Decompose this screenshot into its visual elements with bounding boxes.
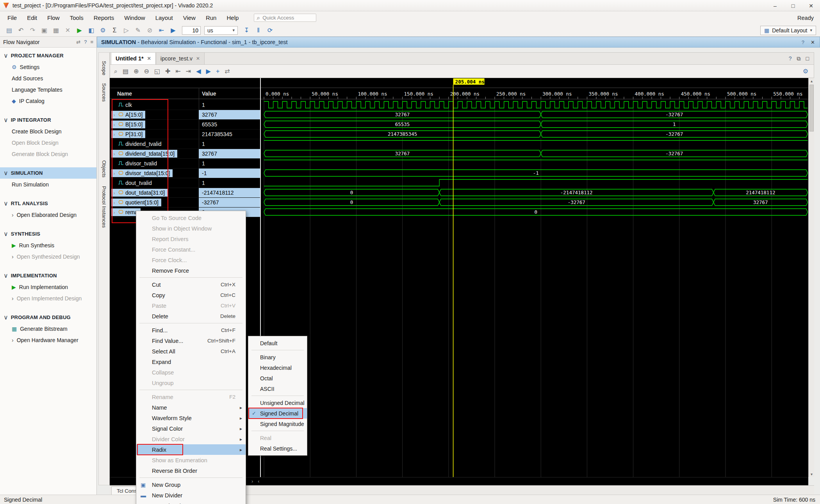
- expand-icon[interactable]: ›: [112, 131, 116, 137]
- wave-settings-button[interactable]: ⚙: [803, 67, 808, 75]
- context-collapse[interactable]: Collapse: [136, 367, 246, 378]
- vertical-scrollbar[interactable]: ▴ ▾: [808, 78, 814, 477]
- help-button[interactable]: ?: [789, 55, 792, 62]
- expand-icon[interactable]: ›: [112, 200, 116, 206]
- expand-icon[interactable]: ›: [112, 170, 116, 176]
- paste-button[interactable]: ▦: [51, 25, 61, 35]
- context-cut[interactable]: CutCtrl+X: [136, 279, 246, 290]
- quick-access-box[interactable]: ⌕ Quick Access: [254, 14, 316, 22]
- context-select-all[interactable]: Select AllCtrl+A: [136, 346, 246, 357]
- signal-name-cell[interactable]: ›P[31:0]: [110, 130, 199, 139]
- signal-row-b-15-0[interactable]: ›B[15:0]65535: [110, 120, 260, 130]
- signal-name-cell[interactable]: clk: [110, 100, 199, 110]
- minimize-button[interactable]: –: [766, 0, 784, 11]
- menu-layout[interactable]: Layout: [150, 11, 178, 24]
- context-reverse-bit-order[interactable]: Reverse Bit Order: [136, 465, 246, 476]
- zoom-out-button[interactable]: ⊖: [144, 67, 149, 75]
- flow-item-generate-block-design[interactable]: Generate Block Design: [0, 148, 96, 160]
- run-all-button[interactable]: ▶: [168, 25, 178, 35]
- signal-row-dividend-tvalid[interactable]: dividend_tvalid1: [110, 139, 260, 149]
- waveform-canvas[interactable]: 0.000 ns50.000 ns100.000 ns150.000 ns200…: [260, 78, 808, 477]
- undo-button[interactable]: ↶: [16, 25, 26, 35]
- restart-button[interactable]: ⇤: [156, 25, 167, 35]
- menu-flow[interactable]: Flow: [42, 11, 65, 24]
- menu-file[interactable]: File: [2, 11, 22, 24]
- flow-item-open-implemented-design[interactable]: ›Open Implemented Design: [0, 293, 96, 304]
- redo-button[interactable]: ↷: [27, 25, 38, 35]
- flow-item-open-block-design[interactable]: Open Block Design: [0, 137, 96, 148]
- flow-item-generate-bitstream[interactable]: ▦Generate Bitstream: [0, 323, 96, 334]
- menu-view[interactable]: View: [178, 11, 201, 24]
- flow-item-open-synthesized-design[interactable]: ›Open Synthesized Design: [0, 251, 96, 262]
- close-tab-icon[interactable]: ✕: [196, 56, 200, 61]
- flow-item-run-implementation[interactable]: ▶Run Implementation: [0, 281, 96, 293]
- context-signal-color[interactable]: Signal Color▸: [136, 423, 246, 434]
- signal-row-dividend-tdata-15-0[interactable]: ›dividend_tdata[15:0]32767: [110, 149, 260, 159]
- flow-item-open-hardware-manager[interactable]: ›Open Hardware Manager: [0, 334, 96, 346]
- context-new-virtual-bus[interactable]: ▥New Virtual Bus: [136, 500, 246, 504]
- radix-hexadecimal[interactable]: Hexadecimal: [248, 362, 307, 373]
- scroll-down-icon[interactable]: ▾: [809, 471, 815, 477]
- signal-row-dout-tdata-31-0[interactable]: ›dout_tdata[31:0]-2147418112: [110, 188, 260, 198]
- signal-name-cell[interactable]: dout_tvalid: [110, 178, 199, 188]
- signal-row-p-31-0[interactable]: ›P[31:0]2147385345: [110, 130, 260, 139]
- save-button[interactable]: ▤: [123, 67, 128, 75]
- flow-item-run-synthesis[interactable]: ▶Run Synthesis: [0, 240, 96, 251]
- context-remove-force[interactable]: Remove Force: [136, 265, 246, 276]
- flow-section-implementation[interactable]: ∨IMPLEMENTATION: [0, 270, 96, 281]
- flow-section-program-and-debug[interactable]: ∨PROGRAM AND DEBUG: [0, 312, 96, 323]
- context-paste[interactable]: PasteCtrl+V: [136, 300, 246, 311]
- context-report-drivers[interactable]: Report Drivers: [136, 234, 246, 244]
- flow-item-language-templates[interactable]: Language Templates: [0, 84, 96, 95]
- context-find[interactable]: Find...Ctrl+F: [136, 325, 246, 335]
- expand-icon[interactable]: ›: [112, 209, 116, 215]
- context-radix[interactable]: Radix▸: [136, 444, 246, 455]
- flow-item-settings[interactable]: ⚙Settings: [0, 61, 96, 73]
- close-tab-icon[interactable]: ✕: [147, 56, 151, 61]
- signal-row-clk[interactable]: clk1: [110, 100, 260, 110]
- context-force-constant[interactable]: Force Constant...: [136, 244, 246, 255]
- menu-tools[interactable]: Tools: [65, 11, 89, 24]
- relaunch-button[interactable]: ⟳: [265, 25, 275, 35]
- edit-button[interactable]: ✎: [133, 25, 143, 35]
- run-button[interactable]: ▶: [74, 25, 85, 35]
- collapse-panel-icon[interactable]: ‹: [258, 478, 259, 484]
- copy-button[interactable]: ▣: [39, 25, 50, 35]
- signal-name-cell[interactable]: ›A[15:0]: [110, 110, 199, 119]
- tab-untitled-1[interactable]: Untitled 1*✕: [111, 52, 156, 64]
- close-button[interactable]: ✕: [802, 0, 820, 11]
- context-new-divider[interactable]: ▬New Divider: [136, 490, 246, 500]
- step-button[interactable]: ↧: [241, 25, 252, 35]
- flow-item-create-block-design[interactable]: Create Block Design: [0, 126, 96, 137]
- signal-row-a-15-0[interactable]: ›A[15:0]32767: [110, 110, 260, 120]
- signal-row-divisor-tvalid[interactable]: divisor_tvalid1: [110, 159, 260, 169]
- next-transition-button[interactable]: ▶: [206, 67, 211, 75]
- expand-icon[interactable]: ›: [112, 190, 116, 196]
- signal-row-quotient-15-0[interactable]: ›quotient[15:0]-32767: [110, 198, 260, 208]
- flow-item-add-sources[interactable]: Add Sources: [0, 73, 96, 84]
- signal-row-divisor-tdata-15-0[interactable]: ›divisor_tdata[15:0]-1: [110, 169, 260, 178]
- flow-section-ip-integrator[interactable]: ∨IP INTEGRATOR: [0, 114, 96, 126]
- go-end-button[interactable]: ⇥: [186, 67, 191, 75]
- flow-section-project-manager[interactable]: ∨PROJECT MANAGER: [0, 50, 96, 61]
- maximize-button[interactable]: □: [806, 55, 809, 62]
- menu-reports[interactable]: Reports: [89, 11, 119, 24]
- radix-default[interactable]: Default: [248, 338, 307, 348]
- side-tab-scope[interactable]: Scope: [101, 59, 107, 77]
- run-time-input[interactable]: [182, 26, 201, 35]
- zoom-cursor-button[interactable]: ✚: [165, 67, 170, 75]
- expand-icon[interactable]: ›: [112, 151, 116, 157]
- signal-name-cell[interactable]: ›B[15:0]: [110, 120, 199, 129]
- flow-item-open-elaborated-design[interactable]: ›Open Elaborated Design: [0, 209, 96, 220]
- signal-name-cell[interactable]: dividend_tvalid: [110, 139, 199, 149]
- prev-transition-button[interactable]: ◀: [196, 67, 201, 75]
- flow-section-simulation[interactable]: ∨SIMULATION: [0, 167, 96, 179]
- radix-real[interactable]: Real: [248, 433, 307, 443]
- scrollbar-thumb[interactable]: [809, 85, 814, 131]
- open-button[interactable]: ▤: [4, 25, 14, 35]
- sum-button[interactable]: Σ: [109, 25, 120, 35]
- context-delete[interactable]: DeleteDelete: [136, 311, 246, 321]
- close-button[interactable]: ✕: [811, 39, 815, 45]
- flow-section-synthesis[interactable]: ∨SYNTHESIS: [0, 228, 96, 240]
- hollow-play-button[interactable]: ▷: [121, 25, 132, 35]
